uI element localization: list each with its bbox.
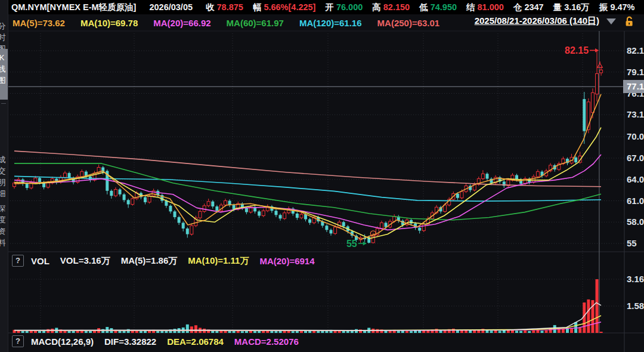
svg-text:55: 55 <box>346 239 357 249</box>
date-range-link[interactable]: 2025/08/21-2026/03/06 (140日) <box>475 16 599 27</box>
volume-axis-label: 3.16 <box>627 274 644 285</box>
price-axis-label: 58.0 <box>627 217 644 227</box>
sidebar-divider <box>1 103 6 104</box>
volume-axis-label: 1.58 <box>627 301 644 311</box>
macd-value-label: MACD=2.52076 <box>234 336 299 347</box>
price-axis-label: 79.1 <box>627 67 644 78</box>
macd-name: MACD(12,26,9) <box>31 336 94 347</box>
ma20-label: MA(20)=66.92 <box>153 18 210 28</box>
quote-date: 2026/03/05 <box>149 2 193 12</box>
unlock-icon[interactable] <box>624 16 634 27</box>
vol-value: VOL=3.16万 <box>60 255 110 267</box>
macd-dif-label: DIF=3.32822 <box>104 336 156 347</box>
ma60-label: MA(60)=61.97 <box>227 18 284 28</box>
quote-high: 高82.150 <box>372 2 410 13</box>
vol-ma10-label: MA(10)=1.11万 <box>188 255 249 267</box>
date-range-group: 2025/08/21-2026/03/06 (140日) <box>475 16 634 27</box>
kline-app-window: { "colors": { "up_red": "#f23339", "down… <box>0 0 644 352</box>
vol-ma5-label: MA(5)=1.86万 <box>121 255 178 267</box>
price-axis-label: 73.1 <box>627 109 644 120</box>
quote-open-interest: 仓2347 <box>513 2 544 13</box>
kline-chart-canvas[interactable]: 82.1555 <box>0 0 644 352</box>
vol-help-button[interactable]: ? <box>12 255 24 267</box>
vol-name: VOL <box>31 256 49 266</box>
quote-settle: 结81.000 <box>466 2 504 13</box>
chevron-down-icon[interactable] <box>606 18 616 24</box>
ma250-label: MA(250)=63.01 <box>377 18 440 28</box>
sidebar-item-kline-chart[interactable]: K线图 <box>0 49 8 100</box>
sidebar-item-kline-label: K线图 <box>0 52 8 86</box>
chart-mode-sidebar: 分时图 K线图 成交明细 深度资料 <box>0 0 8 352</box>
price-axis-label: 67.0 <box>627 153 644 163</box>
ma120-label: MA(120)=61.16 <box>299 18 362 28</box>
svg-text:82.15: 82.15 <box>565 45 589 55</box>
macd-dea-label: DEA=2.06784 <box>167 336 224 347</box>
ma10-label: MA(10)=69.78 <box>80 18 138 28</box>
ma5-label: MA(5)=73.62 <box>13 18 65 28</box>
price-axis-label: 61.0 <box>627 196 644 206</box>
quote-header: QM.NYM[NYMEX E-M轻质原油] 2026/03/05 收78.875… <box>8 0 644 14</box>
price-axis-label: 82.1 <box>627 45 644 56</box>
vol-ma20-label: MA(20)=6914 <box>259 256 314 266</box>
current-price-tag: 77.1 <box>623 80 644 93</box>
quote-close: 收78.875 <box>206 2 243 13</box>
quote-low: 低74.950 <box>419 2 457 13</box>
quote-change: 幅5.66%[4.225] <box>253 2 316 13</box>
symbol-name: QM.NYM[NYMEX E-M轻质原油] <box>11 2 136 13</box>
macd-help-button[interactable]: ? <box>12 335 24 347</box>
price-axis-label: 55 <box>627 238 644 249</box>
quote-volume: 量3.16万 <box>553 2 590 13</box>
macd-indicator-row: ? MACD(12,26,9) DIF=3.32822 DEA=2.06784 … <box>12 335 309 347</box>
quote-open: 开76.000 <box>325 2 363 13</box>
sidebar-item-depth-data[interactable]: 深度资料 <box>0 203 8 248</box>
price-axis-label: 64.0 <box>627 174 644 185</box>
volume-indicator-row: ? VOL VOL=3.16万 MA(5)=1.86万 MA(10)=1.11万… <box>12 255 326 267</box>
sidebar-item-trade-details[interactable]: 成交明细 <box>0 154 8 199</box>
price-axis-label: 70.0 <box>627 131 644 142</box>
quote-amplitude: 振9.47% <box>599 2 635 13</box>
